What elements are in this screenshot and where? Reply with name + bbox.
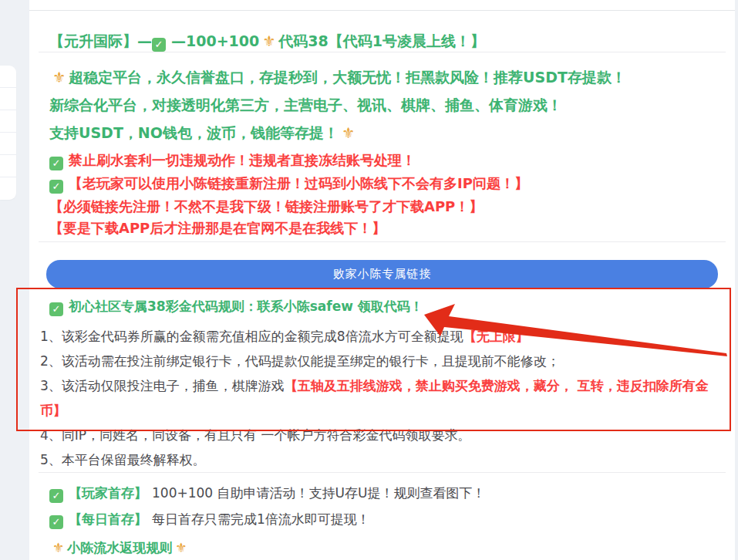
fleur-de-lis-icon: ⚜: [52, 540, 64, 555]
check-icon: ✓: [49, 489, 63, 503]
rule-item: 2、该活动需在投注前绑定银行卡，代码提款仅能提至绑定的银行卡，且提现前不能修改；: [40, 349, 726, 373]
sidebar-row[interactable]: [0, 155, 16, 177]
warning-line: 【必须链接先注册！不然不是我下级！链接注册账号了才下载APP！】: [49, 198, 726, 215]
warning-text: 【老玩家可以使用小陈链接重新注册！过码到小陈线下不会有多IP问题！】: [69, 175, 528, 191]
post-content: 【元升国际】—✓—100+100⚜代码38【代码1号凌晨上线！】 ⚜超稳定平台，…: [29, 32, 735, 557]
promo-line: ✓【玩家首存】100+100 自助申请活动！支持U存U提！规则查看图下！: [49, 484, 726, 503]
section-divider: [39, 472, 726, 473]
rule-item: 5、本平台保留最终解释权。: [40, 447, 726, 472]
rule-text: 2、该活动需在投注前绑定银行卡，代码提款仅能提至绑定的银行卡，且提现前不能修改；: [40, 353, 560, 369]
rules-heading: ✓初心社区专属38彩金代码规则：联系小陈safew 领取代码！: [49, 298, 726, 316]
promo-label: 【玩家首存】: [69, 485, 147, 501]
rule-text: 1、该彩金代码券所赢的金额需充值相应的金额完成8倍流水方可全额提现: [40, 329, 463, 344]
rule-text: 3、该活动仅限投注电子，捕鱼，棋牌游戏: [40, 378, 285, 393]
rule-item: 1、该彩金代码券所赢的金额需充值相应的金额完成8倍流水方可全额提现【无上限】: [40, 324, 726, 349]
sidebar-row[interactable]: [0, 110, 16, 133]
card-top-divider: [29, 10, 735, 11]
check-icon: ✓: [49, 180, 63, 194]
intro-line: ⚜超稳定平台，永久信誉盘口，存提秒到，大额无忧！拒黑款风险！推荐USDT存提款！: [49, 69, 726, 86]
title-text-2: —100+100: [171, 32, 259, 49]
warning-text: 【要是下载APP后才注册那是在官网不是在我线下！】: [49, 220, 386, 236]
rule-text: 4、同IP，同姓名，同设备，有且只有 一个帐户方符合彩金代码领取要求。: [40, 427, 471, 443]
promo-list: ✓【玩家首存】100+100 自助申请活动！支持U存U提！规则查看图下！ ✓【每…: [39, 484, 726, 529]
section-divider: [39, 52, 726, 52]
check-icon: ✓: [49, 515, 63, 529]
promo-label: 【每日首存】: [69, 511, 147, 527]
rules-list: 1、该彩金代码券所赢的金额需充值相应的金额完成8倍流水方可全额提现【无上限】 2…: [39, 324, 726, 472]
sidebar-row[interactable]: [0, 133, 16, 155]
intro-paragraph: ⚜超稳定平台，永久信誉盘口，存提秒到，大额无忧！拒黑款风险！推荐USDT存提款！…: [39, 69, 726, 141]
rule-highlight: 【无上限】: [463, 329, 529, 344]
title-text-1: 【元升国际】—: [49, 32, 152, 49]
check-icon: ✓: [49, 157, 63, 170]
sidebar-row[interactable]: [0, 177, 16, 199]
warning-text: 禁止刷水套利一切违规动作！违规者直接冻结账号处理！: [69, 152, 416, 168]
intro-text: 支持USDT，NO钱包，波币，钱能等存提！: [49, 124, 339, 141]
intro-line: 新综合化平台，对接透明化第三方，主营电子、视讯、棋牌、捕鱼、体育游戏！: [49, 96, 726, 113]
sidebar-row[interactable]: [0, 66, 16, 88]
fleur-de-lis-icon: ⚜: [175, 540, 187, 555]
warning-line: 【要是下载APP后才注册那是在官网不是在我线下！】: [49, 220, 726, 237]
fleur-de-lis-icon: ⚜: [342, 124, 355, 141]
sidebar-row[interactable]: [0, 88, 16, 110]
post-title: 【元升国际】—✓—100+100⚜代码38【代码1号凌晨上线！】: [49, 32, 726, 52]
title-text-3: 代码38【代码1号凌晨上线！】: [278, 32, 485, 49]
check-icon: ✓: [152, 38, 166, 52]
footer-rule-text: 小陈流水返现规则: [67, 540, 172, 555]
footer-rule-heading: ⚜小陈流水返现规则⚜: [49, 538, 726, 557]
promo-line: ✓【每日首存】每日首存只需完成1倍流水即可提现！: [49, 510, 726, 529]
warning-line: ✓【老玩家可以使用小陈链接重新注册！过码到小陈线下不会有多IP问题！】: [49, 175, 726, 194]
warning-paragraph: ✓禁止刷水套利一切违规动作！违规者直接冻结账号处理！ ✓【老玩家可以使用小陈链接…: [39, 152, 726, 237]
post-card: 【元升国际】—✓—100+100⚜代码38【代码1号凌晨上线！】 ⚜超稳定平台，…: [29, 0, 735, 560]
rule-text: 5、本平台保留最终解释权。: [40, 452, 206, 467]
warning-line: ✓禁止刷水套利一切违规动作！违规者直接冻结账号处理！: [49, 152, 726, 170]
fleur-de-lis-icon: ⚜: [262, 32, 275, 49]
promo-text: 每日首存只需完成1倍流水即可提现！: [152, 511, 370, 527]
intro-text: 新综合化平台，对接透明化第三方，主营电子、视讯、棋牌、捕鱼、体育游戏！: [49, 96, 562, 113]
intro-text: 超稳定平台，永久信誉盘口，存提秒到，大额无忧！拒黑款风险！推荐USDT存提款！: [69, 69, 626, 86]
check-icon: ✓: [49, 302, 63, 316]
rule-item: 4、同IP，同姓名，同设备，有且只有 一个帐户方符合彩金代码领取要求。: [40, 423, 726, 447]
fleur-de-lis-icon: ⚜: [52, 69, 66, 86]
intro-line: 支持USDT，NO钱包，波币，钱能等存提！⚜: [49, 124, 726, 141]
warning-text: 【必须链接先注册！不然不是我下级！链接注册账号了才下载APP！】: [49, 198, 483, 214]
sidebar-menu: [0, 66, 16, 200]
section-divider: [39, 241, 726, 242]
promo-text: 100+100 自助申请活动！支持U存U提！规则查看图下！: [152, 485, 485, 501]
exclusive-link-button[interactable]: 败家小陈专属链接: [46, 260, 718, 288]
rules-heading-text: 初心社区专属38彩金代码规则：联系小陈safew 领取代码！: [69, 299, 423, 314]
rule-item: 3、该活动仅限投注电子，捕鱼，棋牌游戏【五轴及五排线游戏，禁止购买免费游戏，藏分…: [40, 373, 726, 423]
